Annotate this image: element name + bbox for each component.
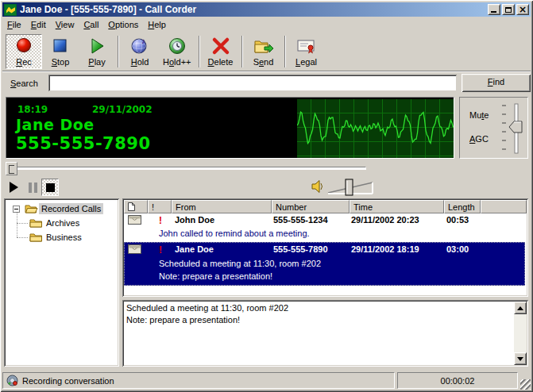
slider-thumb[interactable] [6, 162, 17, 175]
call-number: 555-555-1234 [273, 215, 328, 225]
find-button[interactable]: Find [462, 74, 531, 92]
hold-button[interactable]: ♪ Hold [122, 34, 158, 69]
column-header-length[interactable]: Length [444, 200, 481, 213]
close-button[interactable]: × [516, 4, 529, 15]
column-header-empty [481, 200, 527, 213]
stop-button[interactable]: Stop [42, 34, 79, 69]
lcd-display: 18:19 29/11/2002 Jane Doe 555-555-7890 [6, 97, 454, 159]
timer-panel: 00:00:02 [397, 372, 518, 389]
note-line: Scheduled a meeting at 11:30, room #202 [126, 302, 524, 314]
priority-mark: ! [159, 215, 162, 226]
lcd-caller-name: Jane Doe [16, 116, 95, 133]
lcd-date: 29/11/2002 [92, 104, 153, 115]
column-header-time[interactable]: Time [350, 200, 444, 213]
arrow-up-icon [517, 306, 523, 310]
tree-label[interactable]: Archives [44, 217, 82, 229]
hold-plus-clock-icon [167, 36, 187, 56]
window-title: Jane Doe - [555-555-7890] - Call Corder [20, 4, 486, 15]
document-icon [128, 202, 135, 211]
note-line: Note: prepare a presentation! [126, 314, 524, 326]
title-bar[interactable]: Jane Doe - [555-555-7890] - Call Corder … [2, 2, 531, 17]
menu-bar: File Edit View Call Options Help [2, 17, 531, 32]
search-row: Search Find [2, 72, 531, 94]
menu-file[interactable]: File [2, 18, 26, 31]
scroll-up-button[interactable] [514, 302, 527, 314]
tree-item-archives[interactable]: Archives [29, 217, 82, 229]
playback-position-slider[interactable] [6, 162, 371, 175]
call-length: 00:53 [446, 215, 469, 225]
volume-slider[interactable] [326, 178, 376, 198]
call-time: 29/11/2002 20:23 [351, 215, 419, 225]
tree-label[interactable]: Business [44, 232, 84, 243]
minimize-button[interactable] [488, 4, 500, 15]
maximize-button[interactable] [502, 4, 515, 15]
envelope-icon [128, 215, 141, 226]
transport-bar [5, 178, 529, 197]
scrollbar-vertical[interactable] [514, 302, 527, 365]
legal-certificate-icon [296, 36, 317, 56]
tree-item-recorded-calls[interactable]: Recorded Calls [13, 202, 103, 215]
playback-play-button[interactable] [5, 179, 22, 196]
call-note[interactable]: John called to remind about a meeting. [124, 228, 527, 240]
hold-globe-icon: ♪ [129, 36, 150, 56]
note-editor[interactable]: Scheduled a meeting at 11:30, room #202 … [122, 300, 528, 367]
status-panel: Recording conversation [2, 372, 395, 389]
menu-view[interactable]: View [51, 18, 79, 31]
resize-grip[interactable] [520, 379, 531, 390]
calls-list: ! From Number Time Length ! John Doe 555… [122, 198, 528, 297]
delete-button[interactable]: Delete [203, 34, 239, 69]
send-button[interactable]: Send [245, 34, 282, 69]
tree-line [17, 213, 17, 237]
speaker-icon [311, 179, 325, 195]
record-button[interactable]: Rec [6, 34, 42, 69]
menu-call[interactable]: Call [79, 18, 103, 31]
stop-icon [50, 36, 71, 56]
hold-plus-button[interactable]: Hold++ [158, 34, 196, 69]
mute-label: Mute [469, 110, 489, 120]
envelope-icon [128, 244, 141, 256]
menu-options[interactable]: Options [103, 18, 143, 31]
call-from: Jane Doe [175, 244, 214, 254]
call-from: John Doe [175, 215, 214, 225]
scroll-down-button[interactable] [514, 352, 527, 365]
list-header: ! From Number Time Length [124, 200, 527, 213]
toolbar-separator [199, 36, 200, 67]
svg-text:♪: ♪ [141, 37, 145, 45]
tree-item-business[interactable]: Business [29, 231, 84, 244]
playback-stop-button[interactable] [41, 179, 59, 196]
waveform-scope [297, 99, 454, 158]
collapse-icon[interactable] [13, 206, 20, 213]
record-icon [14, 36, 34, 56]
mixer-panel: Mute AGC [459, 97, 528, 159]
column-header-from[interactable]: From [172, 200, 272, 213]
pause-icon [29, 183, 37, 193]
menu-edit[interactable]: Edit [26, 18, 51, 31]
call-note-text: Scheduled a meeting at 11:30, room #202 [159, 259, 321, 268]
volume-slider-vertical[interactable] [496, 101, 523, 156]
agc-label: AGC [469, 134, 489, 144]
call-time: 29/11/2002 18:19 [351, 244, 419, 254]
volume-thumb [346, 179, 353, 195]
toolbar: Rec Stop Play [2, 33, 531, 71]
column-header-number[interactable]: Number [272, 200, 350, 213]
play-button[interactable]: Play [79, 34, 115, 69]
column-header-priority[interactable]: ! [148, 200, 172, 213]
search-input[interactable] [48, 75, 457, 91]
call-row-jane-doe-selected[interactable]: ! Jane Doe 555-555-7890 29/11/2002 18:19… [124, 242, 525, 286]
legal-button[interactable]: Legal [288, 34, 325, 69]
lcd-time: 18:19 [17, 104, 48, 115]
arrow-down-icon [517, 357, 523, 361]
search-label: Search [10, 79, 38, 88]
playback-pause-button[interactable] [24, 179, 41, 196]
folder-icon [29, 217, 44, 229]
status-text: Recording conversation [22, 376, 114, 386]
menu-help[interactable]: Help [143, 18, 171, 31]
call-row-john-doe[interactable]: ! John Doe 555-555-1234 29/11/2002 20:23… [124, 214, 527, 227]
column-header-doc[interactable] [124, 200, 148, 213]
tree-label[interactable]: Recorded Calls [39, 203, 103, 214]
folders-tree: Recorded Calls Archives Business [4, 198, 119, 367]
slider-track[interactable] [7, 167, 366, 170]
toolbar-separator [241, 36, 243, 67]
slider-thumb [509, 121, 522, 133]
call-number: 555-555-7890 [273, 244, 328, 254]
